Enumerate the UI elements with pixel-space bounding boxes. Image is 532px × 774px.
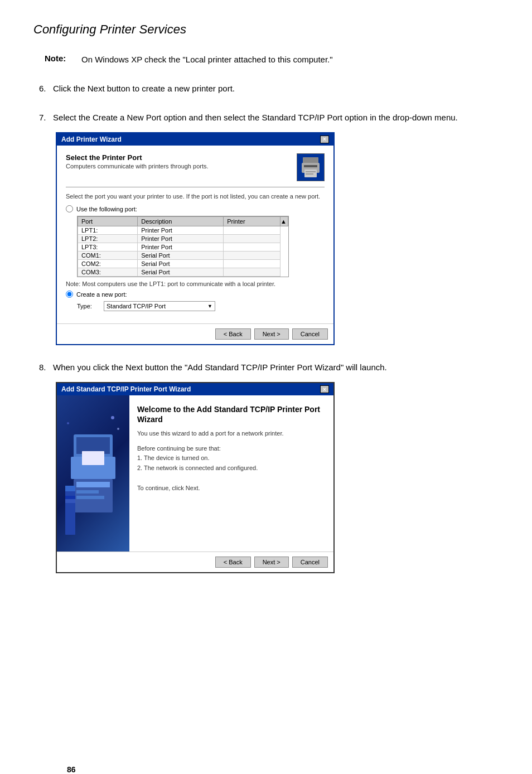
table-row: COM2: Serial Port <box>78 260 288 268</box>
port-table-body: LPT1: Printer Port LPT2: Printer Port LP… <box>78 226 288 277</box>
wizard2-next-button[interactable]: Next > <box>254 557 289 568</box>
port-com3: COM3: <box>78 268 138 277</box>
wizard2-buttons: < Back Next > Cancel <box>57 552 333 572</box>
svg-rect-12 <box>76 496 104 499</box>
port-table-header: Port Description Printer ▲ <box>78 217 288 226</box>
wizard1-port-note: Note: Most computers use the LPT1: port … <box>66 280 325 287</box>
table-row: LPT3: Printer Port <box>78 243 288 251</box>
wizard2-heading: Welcome to the Add Standard TCP/IP Print… <box>137 404 326 424</box>
step-8-text: 8. When you click the Next button the "A… <box>39 361 499 374</box>
wizard1-divider <box>66 187 325 187</box>
port-lpt1: LPT1: <box>78 226 138 235</box>
create-port-radio-row: Create a new port: <box>66 291 325 298</box>
note-label: Note: <box>45 54 72 66</box>
step-6: 6. Click the Next button to create a new… <box>39 82 499 95</box>
wizard2-titlebar: Add Standard TCP/IP Printer Port Wizard … <box>57 383 333 395</box>
port-lpt2: LPT2: <box>78 235 138 243</box>
printer-lpt3 <box>224 243 280 251</box>
use-port-radio[interactable] <box>66 205 73 212</box>
desc-lpt3: Printer Port <box>138 243 224 251</box>
desc-com3: Serial Port <box>138 268 224 277</box>
type-row: Type: Standard TCP/IP Port ▼ <box>77 301 325 311</box>
wizard1-printer-icon <box>297 153 325 181</box>
port-table: Port Description Printer ▲ LPT1: Printer… <box>78 216 288 277</box>
wizard2-right-panel: Welcome to the Add Standard TCP/IP Print… <box>129 395 333 552</box>
use-port-radio-row: Use the following port: <box>66 205 325 212</box>
svg-rect-13 <box>82 451 104 465</box>
wizard1-close-button[interactable]: × <box>320 136 329 143</box>
printer-com2 <box>224 260 280 268</box>
wizard1-header-info: Select the Printer Port Computers commun… <box>66 153 209 170</box>
table-row: LPT1: Printer Port <box>78 226 288 235</box>
desc-lpt1: Printer Port <box>138 226 224 235</box>
tcpip-wizard-image-svg <box>62 401 124 546</box>
add-printer-wizard: Add Printer Wizard × Select the Printer … <box>56 132 335 346</box>
wizard2-prereq-title: Before continuing be sure that: <box>137 445 221 452</box>
svg-point-21 <box>67 422 69 424</box>
step-7: 7. Select the Create a New Port option a… <box>39 111 499 346</box>
wizard1-next-button[interactable]: Next > <box>254 328 289 340</box>
create-port-radio[interactable] <box>66 291 73 298</box>
port-lpt3: LPT3: <box>78 243 138 251</box>
type-value: Standard TCP/IP Port <box>107 303 166 309</box>
note-text: On Windows XP check the "Local printer a… <box>81 54 333 66</box>
note-block: Note: On Windows XP check the "Local pri… <box>45 54 499 66</box>
svg-rect-14 <box>65 501 75 535</box>
wizard2-continue-text: To continue, click Next. <box>137 485 326 491</box>
wizard2-close-button[interactable]: × <box>320 385 329 393</box>
wizard2-back-button[interactable]: < Back <box>215 557 251 568</box>
svg-rect-15 <box>65 499 75 503</box>
wizard1-body: Select the Printer Port Computers commun… <box>57 146 333 324</box>
desc-lpt2: Printer Port <box>138 235 224 243</box>
svg-rect-5 <box>306 173 313 175</box>
svg-rect-2 <box>304 165 317 167</box>
port-com2: COM2: <box>78 260 138 268</box>
wizard1-description: Select the port you want your printer to… <box>66 192 325 201</box>
printer-icon-svg <box>298 155 323 180</box>
wizard2-description: You use this wizard to add a port for a … <box>137 429 326 438</box>
add-tcpip-wizard: Add Standard TCP/IP Printer Port Wizard … <box>56 382 335 573</box>
printer-com3 <box>224 268 280 277</box>
port-com1: COM1: <box>78 251 138 260</box>
desc-com1: Serial Port <box>138 251 224 260</box>
wizard2-title: Add Standard TCP/IP Printer Port Wizard <box>61 385 191 393</box>
table-row: COM3: Serial Port <box>78 268 288 277</box>
create-port-label: Create a new port: <box>76 291 127 298</box>
wizard1-titlebar: Add Printer Wizard × <box>57 133 333 146</box>
step-7-text: 7. Select the Create a New Port option a… <box>39 111 499 124</box>
wizard2-printer-image <box>57 395 129 552</box>
col-port: Port <box>78 217 138 226</box>
wizard1-header: Select the Printer Port Computers commun… <box>66 153 325 181</box>
table-row: LPT2: Printer Port <box>78 235 288 243</box>
port-table-container: Port Description Printer ▲ LPT1: Printer… <box>77 216 289 277</box>
table-row: COM1: Serial Port <box>78 251 288 260</box>
col-scroll: ▲ <box>280 217 288 226</box>
page-title: Configuring Printer Services <box>33 22 499 37</box>
svg-rect-18 <box>65 486 75 491</box>
svg-point-20 <box>117 428 119 430</box>
wizard2-cancel-button[interactable]: Cancel <box>292 557 328 568</box>
wizard2-prereq-2: 2. The network is connected and configur… <box>137 465 258 471</box>
wizard2-body: Welcome to the Add Standard TCP/IP Print… <box>57 395 333 552</box>
step-8: 8. When you click the Next button the "A… <box>39 361 499 573</box>
printer-lpt2 <box>224 235 280 243</box>
svg-rect-11 <box>76 490 99 494</box>
wizard1-back-button[interactable]: < Back <box>215 328 251 340</box>
wizard1-title: Add Printer Wizard <box>61 136 122 143</box>
col-printer: Printer <box>224 217 280 226</box>
col-description: Description <box>138 217 224 226</box>
wizard2-prereqs: Before continuing be sure that: 1. The d… <box>137 444 326 473</box>
page-number: 86 <box>67 765 76 774</box>
dropdown-arrow-icon: ▼ <box>207 303 212 309</box>
svg-point-19 <box>111 416 114 419</box>
wizard1-header-title: Select the Printer Port <box>66 153 209 162</box>
wizard2-prereq-1: 1. The device is turned on. <box>137 454 209 461</box>
svg-rect-4 <box>306 171 316 172</box>
type-dropdown[interactable]: Standard TCP/IP Port ▼ <box>104 301 215 311</box>
svg-rect-10 <box>76 482 110 487</box>
wizard1-buttons: < Back Next > Cancel <box>57 323 333 344</box>
use-port-label: Use the following port: <box>76 206 137 212</box>
wizard1-header-sub: Computers communicate with printers thro… <box>66 163 209 170</box>
step-6-text: 6. Click the Next button to create a new… <box>39 82 499 95</box>
wizard1-cancel-button[interactable]: Cancel <box>292 328 328 340</box>
